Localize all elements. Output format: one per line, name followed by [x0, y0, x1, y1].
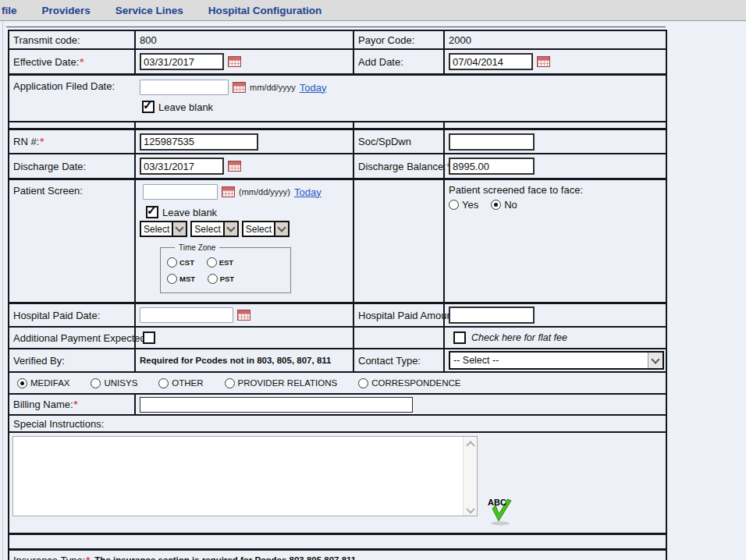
row-patient-screen: Patient Screen: (mm/dd/yyyy) Today Leave… [9, 180, 666, 304]
provider-relations-radio[interactable] [225, 378, 235, 388]
required-asterisk: * [74, 399, 78, 410]
flat-fee-cell: Check here for flat fee [445, 328, 666, 348]
row-rn-soc: RN #:* Soc/SpDwn [9, 130, 666, 154]
leave-blank-label: Leave blank [158, 101, 213, 113]
row-verified-by-options: MEDIFAX UNISYS OTHER PROVIDER RELATIONS … [9, 373, 666, 395]
chevron-down-icon [648, 353, 663, 368]
soc-spdwn-input[interactable] [449, 133, 535, 151]
textarea-scrollbar[interactable] [463, 437, 477, 516]
row-hospital-paid: Hospital Paid Date: Hospital Paid Amount… [9, 304, 666, 328]
left-frame-divider [2, 21, 3, 560]
time-zone-option-est[interactable]: EST [207, 257, 233, 268]
additional-payment-checkbox[interactable] [143, 331, 155, 344]
row-insurance-type: Insurance Type:* The insurance section i… [9, 551, 666, 560]
medifax-radio[interactable] [17, 378, 27, 388]
flat-fee-label: Check here for flat fee [471, 332, 567, 343]
date-format-hint: mm/dd/yyyy [250, 83, 296, 92]
pst-radio[interactable] [208, 274, 218, 284]
row-transmit-payor: Transmit code: 800 Payor Code: 2000 [9, 31, 666, 50]
verified-option-correspondence[interactable]: CORRESPONDENCE [358, 373, 460, 393]
leave-blank-checkbox[interactable] [146, 206, 158, 218]
menu-item-service-lines[interactable]: Service Lines [115, 5, 183, 16]
calendar-icon[interactable] [228, 161, 241, 172]
row-special-instructions: ABC [9, 433, 666, 535]
patient-screen-select-2[interactable]: Select [190, 221, 238, 237]
payor-code-label: Payor Code: [354, 31, 445, 48]
soc-spdwn-cell [445, 130, 666, 153]
verified-by-label: Verified By: [9, 349, 136, 371]
hospital-paid-date-input[interactable] [140, 307, 233, 323]
add-date-input[interactable] [449, 53, 533, 70]
insurance-type-cell: Insurance Type:* The insurance section i… [9, 551, 666, 560]
time-zone-option-cst[interactable]: CST [167, 257, 194, 268]
verified-option-unisys[interactable]: UNISYS [91, 373, 137, 393]
patient-screen-date-input[interactable] [143, 184, 218, 200]
verified-option-provider-relations[interactable]: PROVIDER RELATIONS [225, 373, 338, 393]
required-asterisk: * [86, 555, 90, 560]
today-link[interactable]: Today [294, 186, 321, 198]
mst-radio[interactable] [167, 274, 177, 284]
payor-code-value: 2000 [445, 31, 666, 48]
effective-date-input[interactable] [140, 53, 224, 70]
row-special-instructions-label: Special Instructions: [9, 416, 666, 433]
outer-table-edge [6, 27, 666, 27]
leave-blank-checkbox[interactable] [142, 101, 155, 113]
today-link[interactable]: Today [300, 82, 327, 94]
no-radio[interactable] [491, 200, 501, 210]
application-filed-date-input[interactable] [140, 80, 229, 95]
correspondence-radio[interactable] [358, 378, 368, 388]
rn-number-label: RN #:* [9, 130, 136, 153]
rn-number-input[interactable] [140, 133, 258, 151]
calendar-icon[interactable] [228, 56, 241, 67]
scroll-down-icon[interactable] [466, 505, 474, 513]
calendar-icon[interactable] [233, 82, 246, 93]
special-instructions-label: Special Instructions: [9, 416, 666, 431]
svg-text:ABC: ABC [488, 498, 506, 507]
time-zone-option-pst[interactable]: PST [208, 274, 234, 284]
patient-screen-empty-cell [354, 180, 445, 302]
chevron-down-icon [274, 222, 288, 236]
patient-screen-label: Patient Screen: [9, 180, 136, 302]
scroll-up-icon[interactable] [466, 441, 474, 449]
calendar-icon[interactable] [237, 310, 250, 321]
face-to-face-option-yes[interactable]: Yes [449, 199, 478, 211]
special-instructions-textarea[interactable] [13, 437, 463, 516]
verified-option-other[interactable]: OTHER [158, 373, 203, 393]
verified-option-medifax[interactable]: MEDIFAX [17, 373, 69, 393]
discharge-balance-input[interactable] [449, 158, 535, 175]
date-format-hint: (mm/dd/yyyy) [239, 187, 290, 197]
row-additional-payment: Additional Payment Expected: Check here … [9, 328, 666, 349]
yes-radio[interactable] [449, 200, 459, 210]
time-zone-legend: Time Zone [175, 243, 219, 252]
hospital-configuration-form: Transmit code: 800 Payor Code: 2000 Effe… [8, 30, 667, 560]
abc-spellcheck-icon[interactable]: ABC [487, 495, 515, 526]
menu-item-hospital-configuration[interactable]: Hospital Configuration [208, 5, 322, 16]
cst-radio[interactable] [167, 257, 177, 268]
menu-item-providers[interactable]: Providers [42, 5, 91, 16]
soc-spdwn-label: Soc/SpDwn [354, 130, 445, 153]
calendar-icon[interactable] [537, 56, 550, 67]
time-zone-option-mst[interactable]: MST [167, 274, 195, 284]
effective-date-cell [136, 50, 354, 73]
calendar-icon[interactable] [222, 186, 235, 197]
discharge-balance-label: Discharge Balance:* [354, 154, 445, 178]
patient-screen-select-3[interactable]: Select [242, 221, 290, 237]
rn-number-cell [136, 130, 354, 153]
discharge-date-input[interactable] [140, 158, 224, 175]
time-zone-fieldset: Time Zone CST EST MST PST [160, 243, 291, 293]
top-menu-bar: file Providers Service Lines Hospital Co… [0, 0, 746, 21]
other-radio[interactable] [158, 378, 169, 388]
flat-fee-checkbox[interactable] [453, 331, 466, 344]
contact-type-select[interactable]: -- Select -- [449, 351, 664, 370]
face-to-face-option-no[interactable]: No [491, 199, 517, 211]
required-asterisk: * [80, 56, 83, 68]
chevron-down-icon [223, 222, 237, 236]
unisys-radio[interactable] [91, 378, 101, 388]
row-billing-name: Billing Name:* [9, 395, 666, 416]
menu-item-file[interactable]: file [2, 5, 17, 16]
hospital-paid-amount-input[interactable] [449, 307, 535, 324]
required-asterisk: * [40, 136, 44, 147]
patient-screen-select-1[interactable]: Select [140, 221, 187, 237]
billing-name-input[interactable] [140, 397, 413, 413]
est-radio[interactable] [207, 257, 217, 268]
